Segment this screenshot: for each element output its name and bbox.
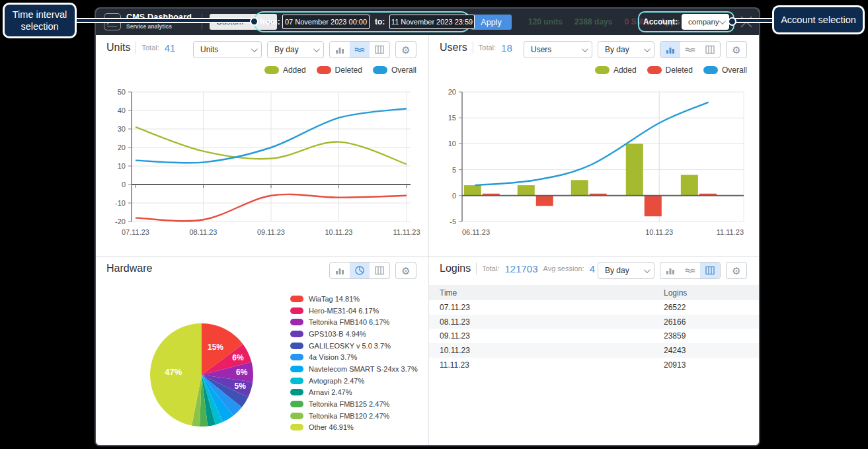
total-value: 41 <box>165 42 176 54</box>
hardware-pie-chart: 15%6%6%5%47% <box>104 286 289 445</box>
panel-users-header: Users Total: 18 <box>440 42 512 54</box>
view-table-button[interactable] <box>700 42 720 58</box>
legend-swatch <box>290 307 303 314</box>
gear-icon: ⚙ <box>732 45 740 55</box>
cell-logins: 20913 <box>664 360 686 370</box>
legend-label: Teltonika FMB125 2.47% <box>309 400 389 408</box>
to-date-input[interactable] <box>389 15 475 29</box>
units-metric-select[interactable]: Units <box>193 41 262 58</box>
view-bar-button[interactable] <box>330 263 350 278</box>
logins-interval-value: By day <box>605 266 629 275</box>
topbar-stats: 120 units2388 days0 SMSApps <box>528 17 639 26</box>
account-select[interactable]: company_t... <box>682 14 729 30</box>
view-pie-button[interactable] <box>350 263 370 278</box>
gear-icon: ⚙ <box>732 266 740 276</box>
svg-text:10.11.23: 10.11.23 <box>645 228 673 236</box>
hardware-view-switcher <box>329 262 390 279</box>
users-controls: Users By day ⚙ <box>524 41 747 58</box>
table-row[interactable]: 08.11.2326166 <box>429 315 759 329</box>
apply-button[interactable]: Apply <box>471 15 512 30</box>
svg-text:5: 5 <box>452 166 456 174</box>
svg-text:20: 20 <box>448 88 456 96</box>
view-stream-button[interactable] <box>680 263 700 278</box>
stage: Time interval selection Account selectio… <box>0 0 868 449</box>
legend-swatch <box>703 66 718 74</box>
callout-account: Account selection <box>772 5 865 34</box>
svg-text:10.11.23: 10.11.23 <box>325 228 352 236</box>
view-bar-button[interactable] <box>660 263 680 278</box>
legend-swatch <box>290 331 303 337</box>
account-value: company_t... <box>688 18 719 26</box>
svg-text:15%: 15% <box>208 343 223 352</box>
cell-time: 09.11.23 <box>440 331 470 341</box>
view-table-button[interactable] <box>370 42 389 58</box>
stream-chart-icon <box>685 44 695 55</box>
account-label: Account: <box>643 17 678 26</box>
table-header-row: TimeLogins <box>429 285 759 300</box>
hardware-legend-item: Teltonika FMB125 2.47% <box>290 398 418 410</box>
svg-text:47%: 47% <box>165 367 182 377</box>
view-table-button[interactable] <box>370 263 389 278</box>
legend-item: Added <box>595 65 637 75</box>
table-row[interactable]: 10.11.2324243 <box>429 343 759 358</box>
legend-label: Overall <box>722 65 747 75</box>
cell-time: 07.11.23 <box>440 303 470 312</box>
chevron-down-icon <box>644 266 651 273</box>
bar-chart-icon <box>665 265 676 276</box>
chevron-down-icon <box>719 18 726 24</box>
legend-label: GPS103-B 4.94% <box>309 330 366 338</box>
topbar-stat: 2388 days <box>574 17 612 26</box>
callout-time-interval: Time interval selection <box>3 3 77 38</box>
bar-chart-icon <box>335 44 345 55</box>
svg-text:40: 40 <box>118 106 126 114</box>
topbar-stat: 120 units <box>528 17 563 26</box>
units-settings-button[interactable]: ⚙ <box>395 41 416 58</box>
table-row[interactable]: 11.11.2320913 <box>429 358 759 372</box>
legend-swatch <box>290 424 303 430</box>
svg-text:06.11.23: 06.11.23 <box>462 228 490 236</box>
users-interval-select[interactable]: By day <box>598 41 654 58</box>
table-row[interactable]: 09.11.2323859 <box>429 329 759 343</box>
legend-swatch <box>373 66 387 74</box>
hardware-legend-item: 4a Vision 3.7% <box>290 351 418 363</box>
panel-units: Units Total: 41 Units By day ⚙ Ad <box>96 35 428 256</box>
column-header-logins: Logins <box>664 288 687 298</box>
hardware-legend-item: GALILEOSKY v 5.0 3.7% <box>290 340 418 352</box>
table-chart-icon <box>374 44 385 55</box>
legend-label: Added <box>283 65 306 75</box>
hardware-settings-button[interactable]: ⚙ <box>395 262 416 279</box>
cell-logins: 23859 <box>664 331 686 341</box>
view-table-button[interactable] <box>700 263 720 278</box>
legend-item: Deleted <box>317 65 362 75</box>
users-chart: -50510152006.11.2310.11.2311.11.23 <box>433 84 757 240</box>
cell-time: 08.11.23 <box>440 317 470 327</box>
users-metric-select[interactable]: Users <box>524 41 592 58</box>
view-bar-button[interactable] <box>660 42 680 58</box>
table-row[interactable]: 07.11.2326522 <box>429 300 759 315</box>
units-metric-value: Units <box>200 45 218 54</box>
users-settings-button[interactable]: ⚙ <box>726 41 747 58</box>
units-legend: AddedDeletedOverall <box>264 65 416 75</box>
svg-text:-5: -5 <box>450 218 456 225</box>
view-stream-button[interactable] <box>350 42 370 58</box>
panel-logins: Logins Total: 121703 Avg session: 4 min … <box>429 256 759 445</box>
svg-text:-20: -20 <box>115 218 126 225</box>
legend-label: Avtograph 2.47% <box>309 377 364 385</box>
page-title-units: Units <box>106 42 130 54</box>
logins-interval-select[interactable]: By day <box>598 262 654 279</box>
units-interval-select[interactable]: By day <box>267 41 324 58</box>
legend-swatch <box>317 66 331 74</box>
view-bar-button[interactable] <box>330 42 350 58</box>
hardware-legend-item: Other 46.91% <box>290 422 418 434</box>
table-chart-icon <box>374 265 385 276</box>
units-view-switcher <box>329 41 390 58</box>
vertical-divider <box>428 35 429 445</box>
logins-settings-button[interactable]: ⚙ <box>726 262 747 279</box>
view-stream-button[interactable] <box>680 42 700 58</box>
legend-label: WiaTag 14.81% <box>309 295 360 303</box>
legend-label: Deleted <box>666 65 693 75</box>
from-date-input[interactable] <box>282 15 370 29</box>
legend-swatch <box>290 354 303 360</box>
bar-chart-icon <box>665 44 676 55</box>
cell-logins: 26166 <box>664 317 686 327</box>
